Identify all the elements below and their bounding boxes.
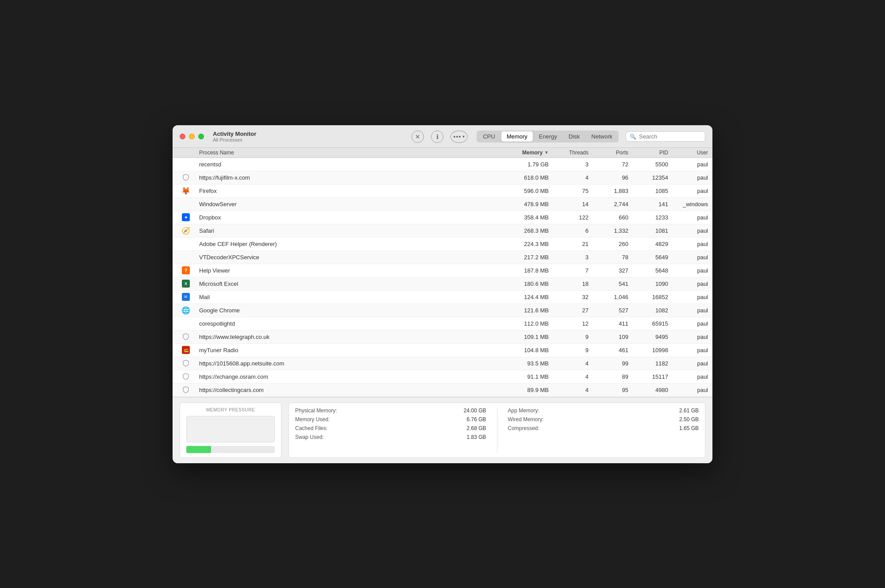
process-user: paul	[673, 188, 712, 194]
header-ports[interactable]: Ports	[593, 150, 633, 156]
process-ports: 72	[593, 161, 633, 168]
process-pid: 141	[633, 201, 673, 208]
process-name: https://collectingcars.com	[199, 387, 496, 393]
stat-app-memory: App Memory: 2.61 GB	[508, 407, 699, 414]
compressed-label: Compressed:	[508, 425, 539, 431]
process-user: paul	[673, 334, 712, 340]
process-memory: 112.0 MB	[496, 320, 553, 327]
tab-disk[interactable]: Disk	[563, 131, 585, 142]
process-ports: 95	[593, 387, 633, 393]
process-icon-cell	[173, 386, 199, 393]
more-button[interactable]: ▾	[450, 131, 468, 143]
table-row[interactable]: X Microsoft Excel 180.6 MB 18 541 1090 p…	[173, 277, 712, 291]
process-threads: 9	[553, 347, 593, 354]
process-name: https://fujifilm-x.com	[199, 174, 496, 181]
table-row[interactable]: https://1015608.app.netsuite.com 93.5 MB…	[173, 357, 712, 370]
tab-memory[interactable]: Memory	[501, 131, 533, 142]
table-row[interactable]: VTDecoderXPCService 217.2 MB 3 78 5649 p…	[173, 251, 712, 264]
header-user[interactable]: User	[673, 150, 712, 156]
process-name: recentsd	[199, 161, 496, 168]
activity-monitor-window: Activity Monitor All Processes ✕ ℹ ▾ CPU…	[173, 125, 712, 463]
header-process-name[interactable]: Process Name	[173, 150, 496, 156]
process-memory: 596.0 MB	[496, 188, 553, 194]
process-memory: 618.0 MB	[496, 174, 553, 181]
table-row[interactable]: 🦊 Firefox 596.0 MB 75 1,883 1085 paul	[173, 184, 712, 198]
table-row[interactable]: WindowServer 478.9 MB 14 2,744 141 _wind…	[173, 198, 712, 211]
process-memory: 89.9 MB	[496, 387, 553, 393]
tab-cpu[interactable]: CPU	[477, 131, 500, 142]
process-pid: 15117	[633, 373, 673, 380]
memory-used-value: 6.76 GB	[466, 416, 486, 423]
process-name: Microsoft Excel	[199, 281, 496, 287]
tab-network[interactable]: Network	[586, 131, 618, 142]
process-threads: 6	[553, 227, 593, 234]
table-row[interactable]: Adobe CEF Helper (Renderer) 224.3 MB 21 …	[173, 238, 712, 251]
process-memory: 478.9 MB	[496, 201, 553, 208]
process-memory: 224.3 MB	[496, 241, 553, 247]
process-threads: 9	[553, 334, 593, 340]
process-user: paul	[673, 294, 712, 300]
process-threads: 3	[553, 254, 593, 261]
search-icon: 🔍	[630, 134, 636, 140]
process-user: paul	[673, 347, 712, 354]
process-name: VTDecoderXPCService	[199, 254, 496, 261]
compressed-value: 1.65 GB	[679, 425, 699, 431]
table-row[interactable]: https://xchange.osram.com 91.1 MB 4 89 1…	[173, 370, 712, 384]
process-pid: 65915	[633, 320, 673, 327]
table-row[interactable]: corespotlightd 112.0 MB 12 411 65915 pau…	[173, 317, 712, 331]
toolbar-icons: ✕ ℹ ▾	[412, 131, 468, 143]
minimize-button[interactable]	[189, 134, 195, 139]
process-threads: 12	[553, 320, 593, 327]
process-name: Dropbox	[199, 214, 496, 221]
process-ports: 2,744	[593, 201, 633, 208]
process-user: paul	[673, 320, 712, 327]
stat-compressed: Compressed: 1.65 GB	[508, 425, 699, 431]
process-icon-cell	[173, 174, 199, 181]
process-memory: 180.6 MB	[496, 281, 553, 287]
process-user: paul	[673, 373, 712, 380]
info-button[interactable]: ℹ	[431, 131, 443, 143]
close-button[interactable]	[180, 134, 185, 139]
table-row[interactable]: ? Help Viewer 187.8 MB 7 327 5648 paul	[173, 264, 712, 277]
process-pid: 1085	[633, 188, 673, 194]
process-ports: 89	[593, 373, 633, 380]
process-name: Adobe CEF Helper (Renderer)	[199, 241, 496, 247]
info-icon: ℹ	[436, 133, 439, 140]
stats-right: App Memory: 2.61 GB Wired Memory: 2.50 G…	[508, 407, 699, 453]
process-name: https://xchange.osram.com	[199, 373, 496, 380]
process-user: paul	[673, 214, 712, 221]
table-row[interactable]: ✦ Dropbox 358.4 MB 122 660 1233 paul	[173, 211, 712, 224]
process-icon-cell: ✉	[173, 293, 199, 301]
table-row[interactable]: ✉ Mail 124.4 MB 32 1,046 16852 paul	[173, 291, 712, 304]
process-threads: 14	[553, 201, 593, 208]
table-row[interactable]: 🧭 Safari 268.3 MB 6 1,332 1081 paul	[173, 224, 712, 238]
process-user: paul	[673, 227, 712, 234]
process-memory: 1.79 GB	[496, 161, 553, 168]
process-pid: 5500	[633, 161, 673, 168]
maximize-button[interactable]	[198, 134, 204, 139]
process-ports: 260	[593, 241, 633, 247]
process-pid: 16852	[633, 294, 673, 300]
stats-section: Physical Memory: 24.00 GB Memory Used: 6…	[289, 403, 705, 458]
table-row[interactable]: 📻 myTuner Radio 104.8 MB 9 461 10998 pau…	[173, 344, 712, 357]
tab-energy[interactable]: Energy	[534, 131, 562, 142]
process-icon-cell: ?	[173, 266, 199, 274]
process-threads: 4	[553, 373, 593, 380]
table-row[interactable]: https://collectingcars.com 89.9 MB 4 95 …	[173, 384, 712, 397]
header-threads[interactable]: Threads	[553, 150, 593, 156]
header-pid[interactable]: PID	[633, 150, 673, 156]
table-row[interactable]: https://fujifilm-x.com 618.0 MB 4 96 123…	[173, 171, 712, 184]
table-row[interactable]: 🌐 Google Chrome 121.6 MB 27 527 1082 pau…	[173, 304, 712, 317]
sort-arrow-icon: ▼	[544, 150, 549, 155]
search-bar[interactable]: 🔍	[626, 131, 705, 142]
stop-button[interactable]: ✕	[412, 131, 424, 143]
header-memory[interactable]: Memory ▼	[496, 150, 553, 156]
process-threads: 4	[553, 360, 593, 367]
search-input[interactable]	[639, 133, 701, 140]
process-memory: 268.3 MB	[496, 227, 553, 234]
table-row[interactable]: https://www.telegraph.co.uk 109.1 MB 9 1…	[173, 331, 712, 344]
process-icon-cell: ✦	[173, 213, 199, 221]
process-name: Help Viewer	[199, 267, 496, 274]
cached-files-label: Cached Files:	[295, 425, 327, 431]
table-row[interactable]: recentsd 1.79 GB 3 72 5500 paul	[173, 158, 712, 171]
